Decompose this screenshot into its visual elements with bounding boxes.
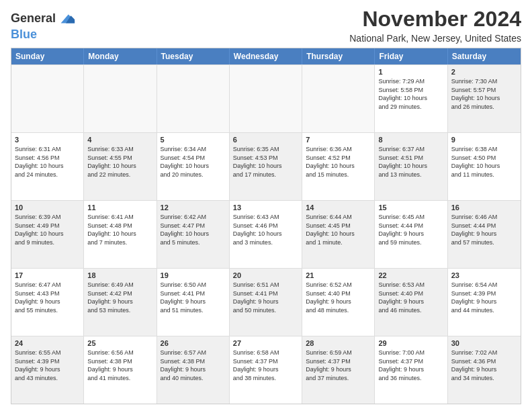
day-info: Sunrise: 6:33 AM Sunset: 4:55 PM Dayligh… <box>87 145 152 179</box>
day-info: Sunrise: 6:35 AM Sunset: 4:53 PM Dayligh… <box>233 145 298 179</box>
day-info: Sunrise: 6:55 AM Sunset: 4:39 PM Dayligh… <box>15 349 80 382</box>
header-day-sunday: Sunday <box>11 48 84 64</box>
logo: General Blue <box>11 9 76 42</box>
day-info: Sunrise: 6:57 AM Sunset: 4:38 PM Dayligh… <box>161 349 226 382</box>
day-number: 14 <box>306 203 371 212</box>
day-info: Sunrise: 6:41 AM Sunset: 4:48 PM Dayligh… <box>87 213 152 246</box>
day-info: Sunrise: 6:31 AM Sunset: 4:56 PM Dayligh… <box>15 145 80 179</box>
main-title: November 2024 <box>349 7 521 32</box>
calendar-cell: 9Sunrise: 6:38 AM Sunset: 4:50 PM Daylig… <box>448 133 521 200</box>
day-number: 28 <box>306 339 371 347</box>
day-info: Sunrise: 6:53 AM Sunset: 4:40 PM Dayligh… <box>378 281 443 314</box>
calendar-cell: 11Sunrise: 6:41 AM Sunset: 4:48 PM Dayli… <box>84 201 157 268</box>
day-info: Sunrise: 7:00 AM Sunset: 4:37 PM Dayligh… <box>378 349 443 382</box>
day-number: 8 <box>378 136 443 144</box>
day-number: 4 <box>87 136 152 144</box>
header-day-monday: Monday <box>84 48 157 64</box>
calendar-row-0: 1Sunrise: 7:29 AM Sunset: 5:58 PM Daylig… <box>11 64 521 132</box>
calendar-cell <box>84 65 157 132</box>
day-info: Sunrise: 6:52 AM Sunset: 4:40 PM Dayligh… <box>306 281 371 314</box>
day-info: Sunrise: 6:56 AM Sunset: 4:38 PM Dayligh… <box>87 349 152 382</box>
calendar-cell: 3Sunrise: 6:31 AM Sunset: 4:56 PM Daylig… <box>11 133 84 200</box>
logo-text: General <box>11 12 56 26</box>
calendar-cell <box>230 65 302 132</box>
day-info: Sunrise: 7:30 AM Sunset: 5:57 PM Dayligh… <box>451 77 517 111</box>
page: General Blue November 2024 National Park… <box>0 0 532 411</box>
logo-icon <box>57 9 76 28</box>
day-number: 15 <box>378 203 443 212</box>
calendar-row-4: 24Sunrise: 6:55 AM Sunset: 4:39 PM Dayli… <box>11 336 521 404</box>
day-number: 3 <box>15 136 80 144</box>
day-number: 25 <box>87 339 152 347</box>
day-number: 20 <box>233 271 298 279</box>
day-info: Sunrise: 6:37 AM Sunset: 4:51 PM Dayligh… <box>378 145 443 179</box>
header-day-wednesday: Wednesday <box>230 48 302 64</box>
calendar-cell: 16Sunrise: 6:46 AM Sunset: 4:44 PM Dayli… <box>448 201 521 268</box>
calendar-cell: 19Sunrise: 6:50 AM Sunset: 4:41 PM Dayli… <box>157 269 230 336</box>
day-number: 1 <box>378 68 443 76</box>
day-info: Sunrise: 7:29 AM Sunset: 5:58 PM Dayligh… <box>378 77 443 111</box>
calendar-cell: 7Sunrise: 6:36 AM Sunset: 4:52 PM Daylig… <box>302 133 375 200</box>
day-number: 24 <box>15 339 80 347</box>
calendar-cell: 23Sunrise: 6:54 AM Sunset: 4:39 PM Dayli… <box>448 269 521 336</box>
day-info: Sunrise: 6:54 AM Sunset: 4:39 PM Dayligh… <box>451 281 517 314</box>
calendar-cell: 24Sunrise: 6:55 AM Sunset: 4:39 PM Dayli… <box>11 336 84 404</box>
day-number: 18 <box>87 271 152 279</box>
day-info: Sunrise: 6:47 AM Sunset: 4:43 PM Dayligh… <box>15 281 80 314</box>
day-info: Sunrise: 7:02 AM Sunset: 4:36 PM Dayligh… <box>451 349 517 382</box>
day-number: 10 <box>15 203 80 212</box>
header: General Blue November 2024 National Park… <box>11 7 521 44</box>
calendar-cell <box>302 65 375 132</box>
calendar-cell <box>11 65 84 132</box>
calendar-cell: 5Sunrise: 6:34 AM Sunset: 4:54 PM Daylig… <box>157 133 230 200</box>
day-info: Sunrise: 6:58 AM Sunset: 4:37 PM Dayligh… <box>233 349 298 382</box>
header-day-tuesday: Tuesday <box>157 48 230 64</box>
day-info: Sunrise: 6:44 AM Sunset: 4:45 PM Dayligh… <box>306 213 371 246</box>
calendar-header: SundayMondayTuesdayWednesdayThursdayFrid… <box>11 48 521 64</box>
calendar-cell: 22Sunrise: 6:53 AM Sunset: 4:40 PM Dayli… <box>375 269 447 336</box>
calendar-cell: 30Sunrise: 7:02 AM Sunset: 4:36 PM Dayli… <box>448 336 521 404</box>
day-info: Sunrise: 6:46 AM Sunset: 4:44 PM Dayligh… <box>451 213 517 246</box>
day-info: Sunrise: 6:51 AM Sunset: 4:41 PM Dayligh… <box>233 281 298 314</box>
calendar-cell: 10Sunrise: 6:39 AM Sunset: 4:49 PM Dayli… <box>11 201 84 268</box>
calendar-row-1: 3Sunrise: 6:31 AM Sunset: 4:56 PM Daylig… <box>11 132 521 200</box>
calendar-cell: 25Sunrise: 6:56 AM Sunset: 4:38 PM Dayli… <box>84 336 157 404</box>
calendar-cell: 8Sunrise: 6:37 AM Sunset: 4:51 PM Daylig… <box>375 133 447 200</box>
logo-blue-text: Blue <box>11 28 76 42</box>
day-number: 30 <box>451 339 517 347</box>
header-day-thursday: Thursday <box>302 48 375 64</box>
day-number: 22 <box>378 271 443 279</box>
day-number: 27 <box>233 339 298 347</box>
calendar-cell: 2Sunrise: 7:30 AM Sunset: 5:57 PM Daylig… <box>448 65 521 132</box>
day-number: 23 <box>451 271 517 279</box>
header-day-friday: Friday <box>375 48 447 64</box>
calendar-cell: 4Sunrise: 6:33 AM Sunset: 4:55 PM Daylig… <box>84 133 157 200</box>
calendar-cell: 13Sunrise: 6:43 AM Sunset: 4:46 PM Dayli… <box>230 201 302 268</box>
calendar-cell: 29Sunrise: 7:00 AM Sunset: 4:37 PM Dayli… <box>375 336 447 404</box>
day-info: Sunrise: 6:36 AM Sunset: 4:52 PM Dayligh… <box>306 145 371 179</box>
calendar-cell: 21Sunrise: 6:52 AM Sunset: 4:40 PM Dayli… <box>302 269 375 336</box>
day-number: 19 <box>161 271 226 279</box>
day-info: Sunrise: 6:34 AM Sunset: 4:54 PM Dayligh… <box>161 145 226 179</box>
calendar-cell: 27Sunrise: 6:58 AM Sunset: 4:37 PM Dayli… <box>230 336 302 404</box>
calendar-cell: 15Sunrise: 6:45 AM Sunset: 4:44 PM Dayli… <box>375 201 447 268</box>
calendar-cell: 20Sunrise: 6:51 AM Sunset: 4:41 PM Dayli… <box>230 269 302 336</box>
calendar-cell: 1Sunrise: 7:29 AM Sunset: 5:58 PM Daylig… <box>375 65 447 132</box>
calendar-cell: 28Sunrise: 6:59 AM Sunset: 4:37 PM Dayli… <box>302 336 375 404</box>
day-info: Sunrise: 6:39 AM Sunset: 4:49 PM Dayligh… <box>15 213 80 246</box>
day-number: 12 <box>161 203 226 212</box>
title-block: November 2024 National Park, New Jersey,… <box>349 7 521 44</box>
calendar-cell <box>157 65 230 132</box>
day-info: Sunrise: 6:50 AM Sunset: 4:41 PM Dayligh… <box>161 281 226 314</box>
day-info: Sunrise: 6:42 AM Sunset: 4:47 PM Dayligh… <box>161 213 226 246</box>
day-info: Sunrise: 6:45 AM Sunset: 4:44 PM Dayligh… <box>378 213 443 246</box>
calendar-row-2: 10Sunrise: 6:39 AM Sunset: 4:49 PM Dayli… <box>11 200 521 268</box>
day-number: 6 <box>233 136 298 144</box>
day-number: 5 <box>161 136 226 144</box>
calendar-cell: 12Sunrise: 6:42 AM Sunset: 4:47 PM Dayli… <box>157 201 230 268</box>
day-number: 9 <box>451 136 517 144</box>
sub-title: National Park, New Jersey, United States <box>349 33 521 44</box>
day-number: 2 <box>451 68 517 76</box>
day-number: 16 <box>451 203 517 212</box>
day-number: 11 <box>87 203 152 212</box>
